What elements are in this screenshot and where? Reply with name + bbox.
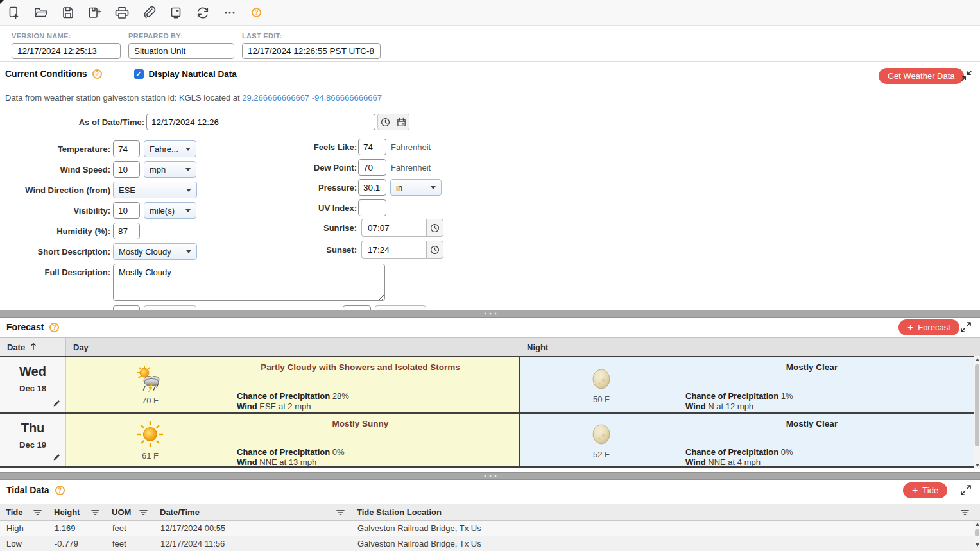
- scroll-down-icon[interactable]: [974, 541, 980, 548]
- collapse-icon[interactable]: [961, 71, 972, 81]
- dew-point-unit: Fahrenheit: [391, 163, 431, 173]
- clipped-input[interactable]: [343, 305, 371, 310]
- forecast-night-summary: Mostly Clear: [685, 362, 938, 372]
- add-tide-button[interactable]: + Tide: [903, 482, 947, 498]
- more-options-icon[interactable]: [221, 4, 237, 21]
- tidal-title: Tidal Data: [6, 485, 49, 495]
- edit-icon[interactable]: [53, 399, 61, 409]
- forecast-col-date[interactable]: Date: [0, 338, 66, 356]
- scroll-down-icon[interactable]: [974, 462, 980, 469]
- save-as-icon[interactable]: [87, 4, 103, 21]
- forecast-col-day[interactable]: Day: [66, 338, 520, 356]
- forecast-table-header: Date Day Night: [0, 337, 980, 356]
- forecast-col-night[interactable]: Night: [520, 338, 980, 356]
- forecast-scrollbar[interactable]: [974, 356, 980, 469]
- tidal-scrollbar[interactable]: [974, 521, 980, 551]
- print-icon[interactable]: [114, 4, 130, 21]
- sunrise-input[interactable]: [361, 219, 426, 237]
- tidal-row[interactable]: Low -0.779 feet 12/17/2024 11:56 Galvest…: [0, 536, 974, 551]
- tidal-col-uom[interactable]: UOM: [106, 504, 154, 520]
- open-folder-icon[interactable]: [33, 4, 49, 21]
- version-name-input[interactable]: [12, 43, 121, 59]
- scrollbar-thumb[interactable]: [975, 529, 979, 536]
- display-nautical-checkbox[interactable]: ✓: [134, 69, 144, 79]
- forecast-date-cell[interactable]: Wed Dec 18: [0, 357, 66, 412]
- wind-speed-input[interactable]: [113, 161, 140, 178]
- wind-direction-value: ESE: [119, 185, 135, 195]
- sunrise-row: Sunrise:: [257, 219, 443, 237]
- calendar-picker-icon[interactable]: [393, 114, 409, 130]
- tidal-col-height[interactable]: Height: [48, 504, 106, 520]
- uv-index-input[interactable]: [358, 199, 386, 216]
- forecast-date-cell[interactable]: Thu Dec 19: [0, 414, 66, 466]
- clipped-input[interactable]: [113, 305, 140, 310]
- expand-icon[interactable]: [961, 322, 971, 332]
- tidal-row[interactable]: High 1.169 feet 12/17/2024 00:55 Galvest…: [0, 521, 974, 536]
- station-coordinates-link[interactable]: 29.266666666667 -94.866666666667: [242, 93, 382, 103]
- tidal-col-datetime[interactable]: Date/Time: [154, 504, 351, 520]
- help-icon[interactable]: ?: [248, 4, 264, 21]
- wind-value: NNE at 13 mph: [259, 457, 316, 467]
- clock-icon[interactable]: [426, 219, 443, 237]
- save-icon[interactable]: [60, 4, 76, 21]
- forecast-precip-line: Chance of Precipitation 1%: [685, 391, 938, 402]
- tidal-col-tide[interactable]: Tide: [0, 504, 48, 520]
- wind-direction-select[interactable]: ESE: [113, 182, 197, 198]
- forecast-day-cell: 61 F Mostly Sunny Chance of Precipitatio…: [66, 414, 520, 466]
- feels-like-input[interactable]: [358, 139, 386, 155]
- clock-icon[interactable]: [426, 241, 443, 259]
- filter-icon[interactable]: [33, 509, 42, 516]
- refresh-icon[interactable]: [194, 4, 211, 21]
- scroll-up-icon[interactable]: [974, 521, 980, 528]
- splitter-handle[interactable]: [0, 310, 980, 318]
- tidal-col-uom-label: UOM: [112, 507, 131, 517]
- attachment-icon[interactable]: [141, 4, 157, 21]
- as-of-input[interactable]: [146, 114, 375, 130]
- scrollbar-thumb[interactable]: [975, 364, 979, 446]
- filter-icon[interactable]: [336, 509, 345, 516]
- time-picker-icon[interactable]: [377, 114, 393, 130]
- clipped-select[interactable]: [375, 305, 426, 310]
- filter-icon[interactable]: [960, 509, 970, 516]
- chevron-down-icon: [185, 148, 191, 151]
- uv-index-label: UV Index:: [257, 203, 357, 213]
- temperature-unit-select[interactable]: Fahre...: [144, 140, 196, 157]
- short-description-select[interactable]: Mostly Cloudy: [113, 243, 197, 260]
- tidal-col-location[interactable]: Tide Station Location: [351, 504, 980, 520]
- pressure-label: Pressure:: [257, 183, 357, 192]
- new-document-icon[interactable]: [6, 4, 22, 21]
- edit-icon[interactable]: [53, 453, 61, 463]
- humidity-input[interactable]: [113, 223, 140, 239]
- visibility-input[interactable]: [113, 202, 140, 219]
- clipped-select[interactable]: [144, 305, 196, 310]
- expand-icon[interactable]: [961, 485, 971, 495]
- get-weather-data-button[interactable]: Get Weather Data: [879, 68, 964, 84]
- scroll-up-icon[interactable]: [974, 356, 980, 363]
- temperature-input[interactable]: [113, 140, 140, 157]
- device-icon[interactable]: [168, 4, 184, 21]
- filter-icon[interactable]: [90, 509, 100, 516]
- full-description-textarea[interactable]: Mostly Cloudy: [113, 264, 385, 301]
- splitter-handle[interactable]: [0, 472, 980, 480]
- dew-point-input[interactable]: [358, 159, 386, 176]
- tidal-table-header: Tide Height UOM Date/Time Tide Station L…: [0, 504, 980, 521]
- version-name-label: VERSION NAME:: [12, 32, 121, 40]
- precip-label: Chance of Precipitation: [685, 447, 778, 457]
- filter-icon[interactable]: [139, 509, 148, 516]
- sunset-input[interactable]: [361, 241, 426, 259]
- help-icon[interactable]: ?: [49, 323, 59, 332]
- chevron-down-icon: [186, 189, 191, 192]
- wind-speed-unit-select[interactable]: mph: [144, 161, 196, 178]
- forecast-weekday: Wed: [0, 364, 65, 379]
- pressure-unit-select[interactable]: in: [390, 179, 442, 196]
- visibility-unit-select[interactable]: mile(s): [144, 202, 196, 219]
- last-edit-input[interactable]: [242, 43, 381, 59]
- prepared-by-input[interactable]: [128, 43, 234, 59]
- forecast-weekday: Thu: [0, 421, 65, 436]
- feels-like-row: Feels Like: Fahrenheit: [257, 139, 431, 155]
- help-icon[interactable]: ?: [55, 486, 65, 495]
- help-icon[interactable]: ?: [92, 69, 102, 79]
- pressure-input[interactable]: [358, 179, 386, 196]
- forecast-day-temp: 61 F: [142, 451, 159, 461]
- add-forecast-button[interactable]: + Forecast: [898, 319, 959, 335]
